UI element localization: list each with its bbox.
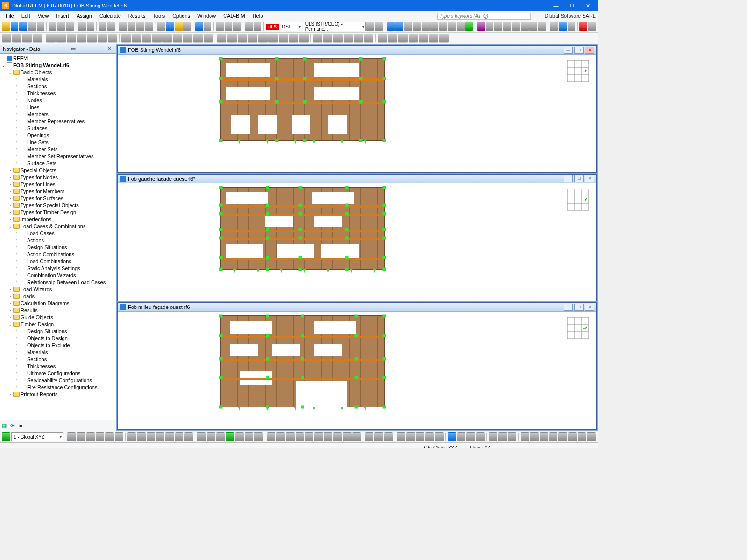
tree-item[interactable]: ›Special Objects [0, 167, 116, 174]
b16-icon[interactable] [216, 432, 225, 441]
doc-header[interactable]: FOB Stiring Wendel.rf6 — ☐ ✕ [118, 46, 596, 55]
tree-item[interactable]: ›Members [0, 111, 116, 118]
tree-item[interactable]: ›Calculation Diagrams [0, 300, 116, 307]
tree-item[interactable]: ›Types for Special Objects [0, 202, 116, 209]
tree-item[interactable]: ›Ultimate Configurations [0, 370, 116, 377]
d5-icon[interactable] [512, 22, 520, 31]
config2-icon[interactable] [254, 22, 262, 31]
t2ae-icon[interactable] [323, 34, 332, 43]
paste-icon[interactable] [87, 22, 95, 31]
tree-item[interactable]: ›Objects to Exclude [0, 342, 116, 349]
navigator-tree[interactable]: RFEM⌄FOB Stiring Wendel.rf6⌄Basic Object… [0, 54, 116, 420]
t2n-icon[interactable] [142, 34, 151, 43]
b40-icon[interactable] [457, 432, 465, 441]
tree-item[interactable]: ›Loads [0, 293, 116, 300]
tree-item[interactable]: ›Types for Nodes [0, 174, 116, 181]
result3-icon[interactable] [233, 22, 241, 31]
b44-icon[interactable] [498, 432, 507, 441]
t2ap-icon[interactable] [439, 34, 449, 43]
cs-icon[interactable] [2, 432, 10, 441]
tree-item[interactable]: ›Fire Resistance Configurations [0, 384, 116, 391]
d8-icon[interactable] [538, 22, 546, 31]
open-icon[interactable] [11, 22, 19, 31]
axis-indicator[interactable]: -Y [566, 59, 590, 83]
doc-close-button[interactable]: ✕ [585, 47, 594, 54]
table2-icon[interactable] [128, 22, 136, 31]
menu-calculate[interactable]: Calculate [96, 12, 125, 20]
b30-icon[interactable] [352, 432, 361, 441]
minimize-button[interactable]: — [548, 0, 564, 11]
b24-icon[interactable] [296, 432, 304, 441]
b49-icon[interactable] [549, 432, 557, 441]
del-icon[interactable] [579, 22, 587, 31]
doc-close-button[interactable]: ✕ [585, 304, 594, 311]
tree-item[interactable]: ›Types for Lines [0, 181, 116, 188]
tree-item[interactable]: ›Materials [0, 349, 116, 356]
tree-item[interactable]: ›Combination Wizards [0, 272, 116, 279]
v5-icon[interactable] [422, 22, 430, 31]
b38-icon[interactable] [435, 432, 443, 441]
b41-icon[interactable] [466, 432, 475, 441]
b50-icon[interactable] [558, 432, 567, 441]
close-button[interactable]: ✕ [580, 0, 596, 11]
b21-icon[interactable] [267, 432, 275, 441]
save-icon[interactable] [49, 22, 56, 31]
ds-dropdown[interactable]: DS1 [280, 22, 302, 31]
undo-icon[interactable] [99, 22, 106, 31]
keyword-search-input[interactable] [437, 13, 531, 20]
tree-item[interactable]: ›Member Representatives [0, 118, 116, 125]
b37-icon[interactable] [425, 432, 434, 441]
tree-item[interactable]: ⌄Timber Design [0, 321, 116, 328]
d6-icon[interactable] [521, 22, 529, 31]
t2b-icon[interactable] [12, 34, 21, 43]
t2x-icon[interactable] [248, 34, 257, 43]
t2z-icon[interactable] [268, 34, 278, 43]
sel2-icon[interactable] [559, 22, 567, 31]
tree-item[interactable]: ›Design Situations [0, 244, 116, 251]
b4-icon[interactable] [96, 432, 104, 441]
result2-icon[interactable] [225, 22, 233, 31]
combo-dropdown[interactable]: ULS (STR/GEO) - Permane... [303, 22, 366, 31]
b17-icon[interactable] [226, 432, 234, 441]
b20-icon[interactable] [254, 432, 262, 441]
t2f-icon[interactable] [56, 34, 66, 43]
tree-item[interactable]: ›Load Combinations [0, 258, 116, 265]
d1-icon[interactable] [477, 22, 485, 31]
b47-icon[interactable] [530, 432, 538, 441]
b29-icon[interactable] [343, 432, 351, 441]
tree-item[interactable]: ›Load Wizards [0, 286, 116, 293]
b51-icon[interactable] [568, 432, 577, 441]
t2af-icon[interactable] [333, 34, 343, 43]
b18-icon[interactable] [235, 432, 244, 441]
model-icon[interactable] [37, 22, 45, 31]
b9-icon[interactable] [147, 432, 155, 441]
tree-item[interactable]: ›Guide Objects [0, 314, 116, 321]
tree-item[interactable]: ›Thicknesses [0, 363, 116, 370]
tree-item[interactable]: ⌄Basic Objects [0, 69, 116, 76]
tree-item[interactable]: ›Sections [0, 83, 116, 90]
b34-icon[interactable] [397, 432, 405, 441]
table1-icon[interactable] [119, 22, 127, 31]
menu-help[interactable]: Help [249, 12, 267, 20]
t2u-icon[interactable] [217, 34, 226, 43]
menu-results[interactable]: Results [125, 12, 149, 20]
b5-icon[interactable] [105, 432, 113, 441]
axis-indicator[interactable]: -Y [566, 188, 590, 211]
tree-item[interactable]: ›Results [0, 307, 116, 314]
b43-icon[interactable] [489, 432, 497, 441]
nav-tab1-icon[interactable]: ▦ [2, 423, 7, 429]
calcopt-icon[interactable] [204, 22, 212, 31]
t2an-icon[interactable] [419, 34, 428, 43]
t2e-icon[interactable] [46, 34, 56, 43]
new-icon[interactable] [2, 22, 10, 31]
t2l-icon[interactable] [121, 34, 131, 43]
b46-icon[interactable] [521, 432, 529, 441]
d7-icon[interactable] [529, 22, 537, 31]
b27-icon[interactable] [324, 432, 332, 441]
t2ak-icon[interactable] [388, 34, 397, 43]
b28-icon[interactable] [333, 432, 342, 441]
t2q-icon[interactable] [173, 34, 182, 43]
calcall-icon[interactable] [195, 22, 203, 31]
b23-icon[interactable] [286, 432, 294, 441]
b36-icon[interactable] [416, 432, 424, 441]
